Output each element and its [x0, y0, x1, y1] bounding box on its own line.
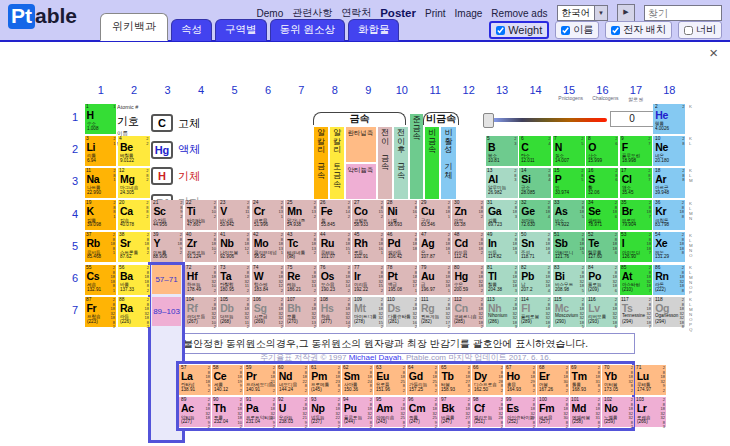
element-rb[interactable]: 372 8 18 8 1Rb루비듐85.468: [85, 232, 117, 262]
element-fl[interactable]: 1142 8 18 32 32 18 4Fl플레로븀(289): [519, 297, 551, 327]
element-ag[interactable]: 472 8 18 18 1Ag은107.87: [419, 232, 451, 262]
tab-compounds[interactable]: 화합물: [348, 19, 400, 41]
category-legend-actinide[interactable]: 악티늄족: [346, 164, 376, 200]
element-mt[interactable]: 1092 8 18 32 32 15 2Mt마이트너륨(278): [352, 297, 384, 327]
element-cd[interactable]: 482 8 18 18 2Cd카드뮴112.41: [452, 232, 484, 262]
group-number-15[interactable]: 15: [552, 84, 585, 96]
toggle-weight[interactable]: Weight: [489, 21, 549, 39]
group-number-3[interactable]: 3: [151, 84, 184, 96]
element-cr[interactable]: 242 8 13 1Cr크로뮴51.996: [252, 200, 284, 230]
element-ts[interactable]: 1172 8 18 32 32 18 7TsTennessine(294): [620, 297, 652, 327]
element-tm[interactable]: 692 8 18 31 8 2Tm툴륨168.93: [570, 365, 602, 395]
element-ar[interactable]: 182 8 8Ar아르곤39.948: [653, 168, 685, 198]
element-gd[interactable]: 642 8 18 25 9 2Gd가돌리늄157.25: [407, 365, 439, 395]
element-fm[interactable]: 1002 8 18 32 30 8 2Fm페르뮴(257): [537, 397, 569, 427]
element-hg[interactable]: 802 8 18 32 18 2Hg수은200.59: [452, 265, 484, 295]
element-as[interactable]: 332 8 18 5As비소74.922: [553, 200, 585, 230]
category-legend-nonmetal[interactable]: 비 금 속: [425, 127, 439, 199]
phase-legend-2[interactable]: H기체: [151, 167, 200, 185]
group-number-16[interactable]: 16: [586, 84, 619, 96]
element-al[interactable]: 132 8 3Al알루미늄26.982: [486, 168, 518, 198]
element-mo[interactable]: 422 8 18 13 1Mo몰리브데넘95.95: [252, 232, 284, 262]
element-nd[interactable]: 602 8 18 22 8 2Nd네오디뮴144.24: [277, 365, 309, 395]
element-s[interactable]: 162 8 6S황32.06: [586, 168, 618, 198]
element-co[interactable]: 272 8 15 2Co코발트58.933: [352, 200, 384, 230]
phase-legend-1[interactable]: Hg액체: [151, 141, 200, 159]
element-bi[interactable]: 832 8 18 32 18 5Bi비스무트208.98: [553, 265, 585, 295]
element-pr[interactable]: 592 8 18 21 8 2Pr프라세오디뮴140.91: [244, 365, 276, 395]
element-sb[interactable]: 512 8 18 18 5Sb안티모니121.76: [553, 232, 585, 262]
toggle-weight-checkbox[interactable]: [496, 26, 505, 35]
element-fr[interactable]: 872 8 18 32 18 8 1Fr프랑슘(223): [85, 297, 117, 327]
element-be[interactable]: 42 2Be베릴륨9.0122: [118, 136, 150, 166]
group-number-11[interactable]: 11: [419, 84, 452, 96]
element-f[interactable]: 92 7F플루오린18.998: [620, 136, 652, 166]
element-es[interactable]: 992 8 18 32 29 8 2Es아인슈타이늄(252): [505, 397, 537, 427]
element-sg[interactable]: 1062 8 18 32 32 12 2Sg시보귬(269): [252, 297, 284, 327]
toggle-electron-config-checkbox[interactable]: [611, 26, 620, 35]
element-pm[interactable]: 612 8 18 23 8 2Pm프로메튬(145): [309, 365, 341, 395]
element-na[interactable]: 112 8 1Na나트륨22.990: [85, 168, 117, 198]
element-os[interactable]: 762 8 18 32 14 2Os오스뮴190.23: [319, 265, 351, 295]
group-number-13[interactable]: 13: [485, 84, 518, 96]
element-nh[interactable]: 1132 8 18 32 32 18 3NhNihonium(286): [486, 297, 518, 327]
period-number-7[interactable]: 7: [64, 304, 78, 316]
fblock-placeholder-0[interactable]: 57–71: [152, 265, 181, 295]
element-cs[interactable]: 552 8 18 18 8 1Cs세슘132.91: [85, 265, 117, 295]
element-ce[interactable]: 582 8 18 19 9 2Ce세륨140.12: [212, 365, 244, 395]
element-lu[interactable]: 712 8 18 32 9 2Lu루테튬174.97: [635, 365, 667, 395]
group-number-17[interactable]: 17: [619, 84, 652, 96]
phase-legend-0[interactable]: C고체: [151, 114, 200, 132]
temperature-value-input[interactable]: 0: [610, 111, 654, 127]
element-zn[interactable]: 302 8 18 2Zn아연65.38: [452, 200, 484, 230]
period-number-5[interactable]: 5: [64, 240, 78, 252]
close-icon[interactable]: ×: [709, 44, 718, 61]
element-y[interactable]: 392 8 18 9 2Y이트륨88.906: [151, 232, 183, 262]
element-er[interactable]: 682 8 18 30 8 2Er어븀167.26: [537, 365, 569, 395]
element-b[interactable]: 52 3B붕소10.81: [486, 136, 518, 166]
element-ne[interactable]: 102 8Ne네온20.180: [653, 136, 685, 166]
element-c[interactable]: 62 4C탄소12.011: [519, 136, 551, 166]
period-number-2[interactable]: 2: [64, 143, 78, 155]
element-v[interactable]: 232 8 11 2V바나듐50.942: [218, 200, 250, 230]
element-no[interactable]: 1022 8 18 32 32 8 2No노벨륨(259): [602, 397, 634, 427]
element-eu[interactable]: 632 8 18 25 8 2Eu유로퓸151.96: [374, 365, 406, 395]
element-au[interactable]: 792 8 18 32 18 1Au금196.97: [419, 265, 451, 295]
category-legend-lanthanide[interactable]: 란타넘족: [346, 127, 376, 162]
element-pt[interactable]: 782 8 18 32 17 1Pt백금195.08: [386, 265, 418, 295]
toggle-name-checkbox[interactable]: [561, 26, 570, 35]
element-si[interactable]: 142 8 4Si규소28.085: [519, 168, 551, 198]
element-h[interactable]: 11H수소1.008: [85, 104, 117, 134]
toggle-electron-config[interactable]: 전자 배치: [605, 21, 672, 39]
element-se[interactable]: 342 8 18 6Se셀레늄78.971: [586, 200, 618, 230]
element-ac[interactable]: 892 8 18 32 18 9 2Ac악티늄(227): [179, 397, 211, 427]
element-am[interactable]: 952 8 18 32 25 8 2Am아메리슘(243): [374, 397, 406, 427]
element-mg[interactable]: 122 8 2Mg마그네슘24.305: [118, 168, 150, 198]
search-input[interactable]: [644, 5, 722, 21]
element-rh[interactable]: 452 8 18 16 1Rh로듐102.91: [352, 232, 384, 262]
element-tb[interactable]: 652 8 18 27 8 2Tb터븀158.93: [439, 365, 471, 395]
element-po[interactable]: 842 8 18 32 18 6Po폴로늄(209): [586, 265, 618, 295]
app-logo[interactable]: Ptable: [8, 4, 77, 29]
element-k[interactable]: 192 8 8 1K칼륨39.098: [85, 200, 117, 230]
element-fe[interactable]: 262 8 14 2Fe철55.845: [319, 200, 351, 230]
element-zr[interactable]: 402 8 18 10 2Zr지르코늄91.224: [185, 232, 217, 262]
group-number-10[interactable]: 10: [385, 84, 418, 96]
category-legend-transition[interactable]: 전 이 금 속: [378, 127, 392, 199]
element-mn[interactable]: 252 8 13 2Mn망가니즈54.938: [285, 200, 317, 230]
element-rg[interactable]: 1112 8 18 32 32 17 2Rg뢴트게늄(282): [419, 297, 451, 327]
element-cn[interactable]: 1122 8 18 32 32 18 2Cn코페르니슘(285): [452, 297, 484, 327]
element-cl[interactable]: 172 8 7Cl염소35.45: [620, 168, 652, 198]
element-ta[interactable]: 732 8 18 32 11 2Ta탄탈럼180.95: [218, 265, 250, 295]
fblock-placeholder-1[interactable]: 89–103: [152, 297, 181, 327]
period-number-3[interactable]: 3: [64, 175, 78, 187]
temperature-slider-track[interactable]: [489, 118, 607, 122]
tab-isotopes[interactable]: 동위 원소상: [270, 19, 345, 41]
element-ca[interactable]: 202 8 8 2Ca칼슘40.078: [118, 200, 150, 230]
toggle-name[interactable]: 이름: [555, 21, 599, 39]
element-ge[interactable]: 322 8 18 4Ge저마늄72.630: [519, 200, 551, 230]
element-sn[interactable]: 502 8 18 18 4Sn주석118.71: [519, 232, 551, 262]
element-pd[interactable]: 462 8 18 18Pd팔라듐106.42: [386, 232, 418, 262]
element-th[interactable]: 902 8 18 32 18 10 2Th토륨232.04: [212, 397, 244, 427]
element-w[interactable]: 742 8 18 32 12 2W텅스텐183.84: [252, 265, 284, 295]
